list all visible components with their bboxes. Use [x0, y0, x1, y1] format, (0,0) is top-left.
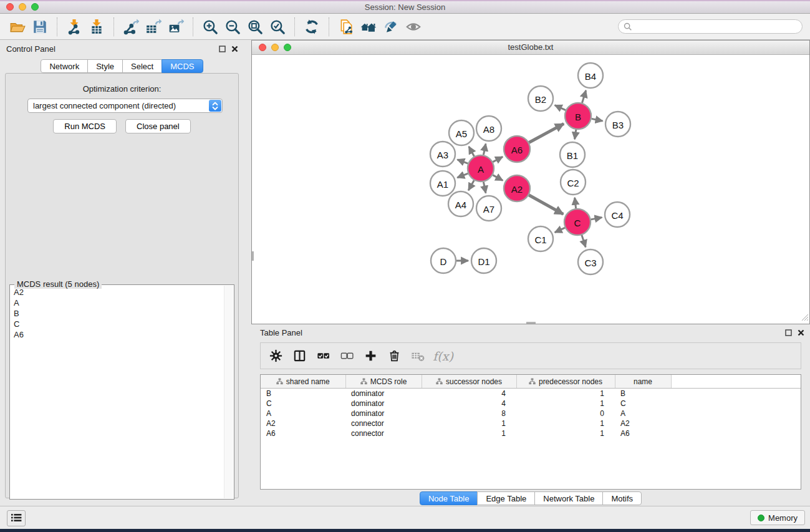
result-item-b[interactable]: B	[11, 308, 224, 319]
graph-node-D[interactable]: D	[431, 248, 456, 273]
import-table-button[interactable]	[85, 16, 108, 38]
network-canvas[interactable]: AA1A2A3A4A5A6A7A8BB1B2B3B4CC1C2C3C4DD1	[252, 55, 809, 324]
select-all-button[interactable]	[314, 347, 332, 365]
graph-node-A3[interactable]: A3	[430, 142, 455, 167]
table-row[interactable]: A6connector11A6	[261, 428, 801, 438]
network-close-button[interactable]	[259, 44, 266, 51]
table-row[interactable]: Bdominator41B	[261, 389, 801, 399]
tab-select[interactable]: Select	[122, 59, 162, 73]
graph-edge-C-C3[interactable]	[582, 235, 586, 247]
column-header-name[interactable]: name	[615, 375, 671, 389]
export-image-button[interactable]	[165, 16, 187, 38]
graph-edge-A-A3[interactable]	[457, 160, 468, 163]
graph-node-A4[interactable]: A4	[448, 191, 473, 216]
column-header-predecessor-nodes[interactable]: predecessor nodes	[516, 375, 615, 389]
graph-edge-A-A2[interactable]	[493, 175, 503, 181]
table-tab-motifs[interactable]: Motifs	[602, 491, 642, 505]
graph-node-B2[interactable]: B2	[528, 86, 553, 111]
column-header-MCDS-role[interactable]: MCDS role	[345, 375, 422, 389]
close-panel-icon[interactable]	[231, 45, 238, 54]
graph-node-D1[interactable]: D1	[471, 248, 496, 273]
graph-node-A[interactable]: A	[468, 155, 494, 181]
zoom-selected-button[interactable]	[266, 16, 289, 38]
export-table-button[interactable]	[142, 16, 165, 38]
hide-annotations-button[interactable]	[380, 16, 402, 38]
graph-node-C[interactable]: C	[564, 209, 591, 235]
graph-edge-B-B2[interactable]	[555, 105, 566, 110]
graph-edge-C-C2[interactable]	[575, 198, 576, 208]
zoom-in-button[interactable]	[199, 16, 221, 38]
task-history-button[interactable]	[7, 510, 26, 526]
float-panel-icon[interactable]	[219, 45, 226, 54]
zoom-out-button[interactable]	[221, 16, 244, 38]
graph-node-C2[interactable]: C2	[561, 170, 586, 195]
column-header-successor-nodes[interactable]: successor nodes	[422, 375, 516, 389]
result-item-c[interactable]: C	[11, 319, 224, 329]
network-vertical-scrollbar[interactable]	[252, 251, 254, 261]
graph-node-A6[interactable]: A6	[504, 136, 530, 162]
show-graphics-button[interactable]	[402, 16, 425, 38]
close-panel-button[interactable]: Close panel	[125, 119, 191, 133]
graph-node-A8[interactable]: A8	[476, 116, 501, 141]
add-row-button[interactable]	[362, 347, 380, 365]
table-row[interactable]: A2connector11A2	[261, 418, 801, 428]
export-network-button[interactable]	[120, 16, 142, 38]
open-file-button[interactable]	[6, 16, 29, 38]
graph-edge-B-B3[interactable]	[592, 118, 603, 121]
table-row[interactable]: Adominator80A	[261, 409, 801, 418]
deselect-all-button[interactable]	[338, 347, 356, 365]
graph-node-B3[interactable]: B3	[605, 112, 630, 137]
graph-node-A7[interactable]: A7	[476, 196, 501, 221]
import-network-button[interactable]	[63, 16, 85, 38]
columns-button[interactable]	[291, 347, 309, 365]
graph-edge-A-A1[interactable]	[457, 173, 468, 178]
run-mcds-button[interactable]: Run MCDS	[53, 119, 117, 133]
graph-edge-A-A7[interactable]	[483, 182, 486, 193]
clone-network-button[interactable]	[335, 16, 357, 38]
graph-node-A2[interactable]: A2	[504, 175, 530, 201]
graph-edge-A-A5[interactable]	[469, 147, 475, 157]
graph-edge-B-B4[interactable]	[582, 90, 586, 103]
save-session-button[interactable]	[29, 16, 51, 38]
resize-grip-icon[interactable]	[800, 312, 809, 323]
search-input[interactable]	[618, 19, 803, 34]
result-scrollbar[interactable]	[224, 286, 233, 498]
network-minimize-button[interactable]	[271, 44, 279, 51]
result-item-a6[interactable]: A6	[11, 329, 224, 340]
graph-edge-C-C1[interactable]	[555, 228, 565, 232]
refresh-button[interactable]	[301, 16, 323, 38]
result-item-a2[interactable]: A2	[11, 287, 224, 297]
network-maximize-button[interactable]	[284, 44, 291, 51]
tab-network[interactable]: Network	[41, 59, 88, 73]
graph-node-C1[interactable]: C1	[528, 226, 553, 251]
graph-node-C4[interactable]: C4	[605, 202, 630, 227]
graph-edge-A-A6[interactable]	[493, 157, 503, 162]
result-item-a[interactable]: A	[11, 297, 224, 308]
graph-edge-B-B1[interactable]	[575, 130, 576, 140]
home-button[interactable]	[357, 16, 380, 38]
float-table-panel-icon[interactable]	[785, 329, 792, 338]
graph-node-C3[interactable]: C3	[578, 249, 603, 274]
close-table-panel-icon[interactable]	[798, 329, 804, 338]
graph-edge-C-C4[interactable]	[591, 218, 602, 220]
graph-node-A1[interactable]: A1	[430, 171, 455, 196]
zoom-fit-button[interactable]	[244, 16, 266, 38]
table-tab-edge-table[interactable]: Edge Table	[477, 491, 535, 505]
graph-edge-A-A8[interactable]	[483, 144, 486, 155]
optimization-criterion-select[interactable]: largest connected component (directed)	[27, 99, 223, 113]
table-tab-node-table[interactable]: Node Table	[420, 491, 478, 505]
table-tab-network-table[interactable]: Network Table	[534, 491, 603, 505]
tab-style[interactable]: Style	[87, 59, 123, 73]
graph-edge-A2-C[interactable]	[529, 195, 563, 215]
graph-edge-A-A4[interactable]	[468, 180, 474, 190]
column-header-shared-name[interactable]: shared name	[261, 375, 345, 389]
tab-mcds[interactable]: MCDS	[162, 59, 203, 73]
graph-node-B[interactable]: B	[565, 103, 591, 129]
graph-edge-A6-B[interactable]	[529, 123, 564, 142]
graph-node-A5[interactable]: A5	[449, 120, 474, 145]
settings-button[interactable]	[267, 347, 285, 365]
memory-button[interactable]: Memory	[750, 510, 805, 525]
graph-node-B1[interactable]: B1	[560, 142, 585, 167]
delete-row-button[interactable]	[385, 347, 403, 365]
graph-node-B4[interactable]: B4	[578, 63, 603, 88]
